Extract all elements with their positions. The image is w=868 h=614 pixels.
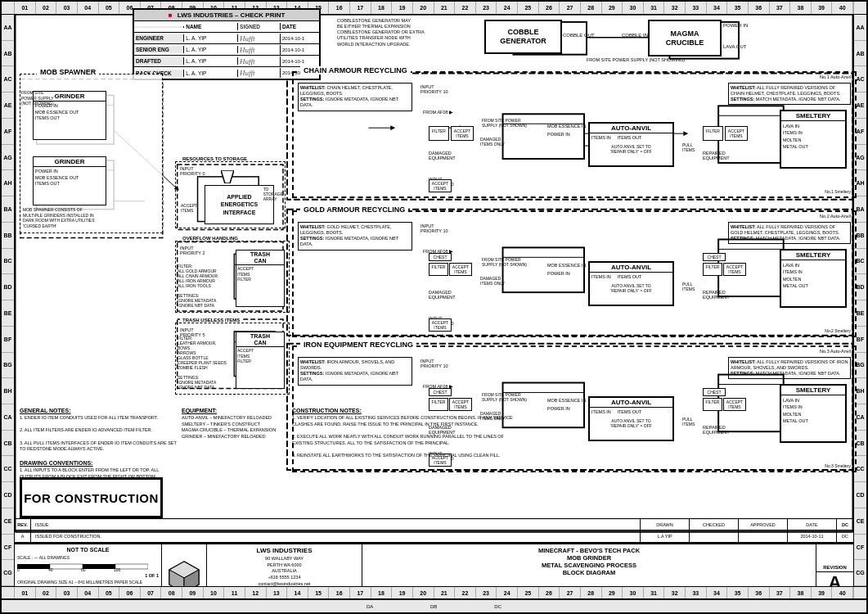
drawing-container: 01 02 03 04 05 06 07 08 09 10 11 12 13 1…	[0, 0, 868, 614]
sheet-label: 1 OF 1	[17, 573, 159, 578]
gold-whitelist-in: WHITELIST: GOLD HELMET, CHESTPLATE, LEGG…	[298, 222, 412, 251]
iron-chest-right: CHEST	[703, 388, 726, 396]
iron-power-in: POWER IN	[547, 406, 570, 411]
chain-from-site: FROM SITE POWERSUPPLY (NOT SHOWN)	[482, 118, 527, 128]
mob-spawner-description: MOB SPAWNER CONSISTS OFMULTIPLE GRINDERS…	[23, 207, 95, 228]
approved-col: APPROVED	[739, 519, 788, 530]
gold-armour-section: GOLD ARMOUR RECYCLING No.2 Auto-Anvil WH…	[292, 210, 857, 337]
rev-col: REV.	[15, 519, 31, 530]
auto-anvil-2-box: AUTO-ANVIL ITEMS IN ITEMS OUT AUTO ANVIL…	[588, 261, 674, 306]
chain-accept-bottom: ACCEPTITEMS	[429, 179, 452, 192]
chain-auto-anvil-label: No.1 Auto-Anvil	[820, 74, 851, 79]
ae-interface-title: APPLIEDENERGETICSINTERFACE	[221, 193, 259, 215]
auto-anvil-3-title: AUTO-ANVIL	[590, 398, 672, 408]
equipment-title: EQUIPMENT:	[182, 408, 288, 413]
grinder2-title: GRINDER	[34, 157, 106, 167]
grinder2-box: GRINDER POWER IN MOB ESSENCE OUT ITEMS O…	[33, 156, 106, 205]
cobble-in-label: COBBLE IN	[622, 33, 648, 38]
general-notes-title: GENERAL NOTES:	[20, 408, 179, 413]
overflow-section: OVERFLOW HANDLING INPUTPRIORITY 2 TRASHC…	[175, 241, 290, 313]
gold-power-in: POWER IN	[547, 271, 570, 276]
auto-anvil-1-ports: ITEMS IN ITEMS OUT	[590, 133, 672, 143]
overflow-filter-desc: FILTER:ALL GOLD ARMOURALL CHAIN ARMOURAL…	[178, 264, 218, 308]
rev-a: A	[15, 530, 31, 542]
construction-notes-content: 1. VERIFY LOCATION OF ALL EXISTING SERVI…	[292, 415, 513, 459]
from-site-label: FROM SITEPOWER SUPPLY(NOT SHOWING)	[21, 90, 54, 106]
check-print-header-labels: NAME SIGNED DATE	[134, 21, 319, 33]
auto-anvil-1-box: AUTO-ANVIL ITEMS IN ITEMS OUT AUTO ANVIL…	[588, 122, 674, 167]
auto-anvil-3-ports: ITEMS IN ITEMS OUT	[590, 408, 672, 418]
chain-repaired-equip: REPAIREDEQUIPMENT	[703, 151, 730, 160]
trash-useless-section: TRASH USELESS ITEMS INPUTPRIORITY 5 TRAS…	[175, 323, 290, 395]
ae-hopper	[221, 170, 234, 183]
chain-input-priority: INPUTPRIORITY 10	[421, 84, 448, 94]
check-print-box: ■ LWS INDUSTRIES – CHECK PRINT NAME SIGN…	[133, 8, 321, 80]
auto-anvil-3-note: AUTO ANVIL SET TO'REPAIR ONLY' = OFF	[590, 418, 672, 429]
iron-chest: CHEST	[429, 388, 452, 396]
svg-text:0: 0	[17, 567, 20, 571]
chain-whitelist-in: WHITELIST: CHAIN HELMET, CHESTPLATE, LEG…	[298, 83, 412, 111]
smeltery-1-box: SMELTERY LAVA IN ITEMS IN MOLTENMETAL OU…	[780, 110, 847, 169]
date-col: DATE	[788, 519, 837, 530]
rev-col-right: DC	[837, 519, 853, 530]
scale-bar-svg: 0 40 60 100	[17, 562, 148, 571]
power-in-magma: POWER IN	[723, 23, 748, 28]
check-print-header: ■ LWS INDUSTRIES – CHECK PRINT	[134, 10, 319, 21]
project-title1: MINECRAFT - BEVO'S TECH PACK	[365, 547, 813, 554]
project-title2: MOB GRINDER	[365, 554, 813, 562]
iron-from-site: FROM SITE POWERSUPPLY (NOT SHOWN)	[482, 392, 527, 402]
iron-input-priority: INPUTPRIORITY 10	[421, 359, 448, 368]
svg-rect-46	[83, 564, 115, 569]
grid-left: AA AB AC AE AF AG AH BA BB BC BD BE BF B…	[2, 15, 15, 586]
trash-can-2-content: ACCEPTITEMSFILTER	[236, 347, 284, 365]
ae-section: RESOURCES TO STORAGE INPUTPRIORITY 0 APP…	[175, 161, 286, 228]
smeltery-1-label: No.1 Smeltery	[825, 189, 851, 194]
cobble-generator-title: COBBLE GENERATOR	[486, 28, 560, 46]
iron-right-chest-area: CHEST FILTER ACCEPTITEMS	[703, 388, 746, 411]
smeltery-3-box: SMELTERY LAVA IN ITEMS IN MOLTENMETAL OU…	[780, 384, 847, 443]
original-drawing-size: ORIGINAL DRAWING SIZE A1 – 841 MILLIMETR…	[17, 580, 159, 585]
auto-anvil-2-title: AUTO-ANVIL	[590, 263, 672, 273]
company-name: LWS INDUSTRIES	[209, 547, 359, 554]
chain-accept-2: ACCEPTITEMS	[725, 126, 748, 141]
chain-filter-1: FILTER	[429, 126, 449, 141]
chain-filter-row: FILTER ACCEPTITEMS	[429, 126, 474, 141]
not-to-scale-label: NOT TO SCALE	[17, 547, 159, 553]
ae-resources-label: RESOURCES TO STORAGE	[180, 156, 250, 161]
iron-repaired-equip: REPAIREDEQUIPMENT	[703, 425, 730, 435]
bottom-strip-label: DA DB DC	[367, 604, 501, 609]
smeltery-2-box: SMELTERY LAVA IN ITEMS IN MOLTENMETAL OU…	[780, 249, 847, 308]
check-print-engineer: ENGINEER L. A. YIP Hufft 2014-10-1	[134, 33, 319, 44]
smeltery-3-title: SMELTERY	[781, 386, 845, 395]
grinder2-info: POWER IN MOB ESSENCE OUT ITEMS OUT	[34, 167, 106, 189]
gold-accept-2: ACCEPTITEMS	[723, 263, 746, 276]
chain-accept-1: ACCEPTITEMS	[451, 126, 474, 141]
rev-a-issue: ISSUED FOR CONSTRUCTION.	[31, 530, 641, 542]
gold-chest-right: CHEST	[703, 253, 726, 261]
ae-to-storage: TOSTORAGEARRAY	[263, 187, 283, 201]
gold-filter-2: FILTER	[703, 263, 722, 276]
chain-whitelist-out: WHITELIST: ALL FULLY REPAIRED VERSIONS O…	[728, 83, 851, 105]
chain-mob-essence-in: MOB ESSENCE IN	[547, 124, 586, 129]
for-construction-label: FOR CONSTRUCTION	[24, 491, 159, 505]
gold-repaired-equip: REPAIREDEQUIPMENT	[703, 290, 730, 300]
trash-can-2-title: TRASHCAN	[236, 332, 284, 347]
drawing-conventions-title: DRAWING CONVENTIONS:	[20, 460, 179, 466]
ae-accept-items: ACCEPTITEMS	[181, 203, 197, 213]
trash-can-1-title: TRASHCAN	[236, 251, 284, 265]
gold-accept-1: ACCEPTITEMS	[449, 263, 472, 276]
gold-right-chest-area: CHEST FILTER ACCEPTITEMS	[703, 253, 746, 276]
gold-damaged-equip: DAMAGEDEQUIPMENT	[429, 290, 456, 300]
trash-useless-filter-desc: FILTER:LEATHER ARMOUR,BOWSARROWSGLASS BO…	[178, 336, 227, 390]
magma-crucible-box: MAGMACRUCIBLE	[648, 20, 722, 56]
auto-anvil-1-note: AUTO ANVIL SET TO'REPAIR ONLY' = OFF	[590, 143, 672, 155]
chain-pull-1: PULLITEMS	[682, 142, 695, 152]
checked-col: CHECKED	[690, 519, 739, 530]
iron-whitelist-in: WHITELIST: IRON ARMOUR, SHOVELS, AND SWO…	[298, 357, 412, 386]
chain-power-in: POWER IN	[547, 132, 570, 137]
drawn-col: DRAWN	[641, 519, 690, 530]
svg-rect-44	[17, 564, 50, 569]
svg-marker-43	[221, 170, 234, 183]
auto-anvil-1-title: AUTO-ANVIL	[590, 124, 672, 133]
svg-text:60: 60	[81, 567, 86, 571]
